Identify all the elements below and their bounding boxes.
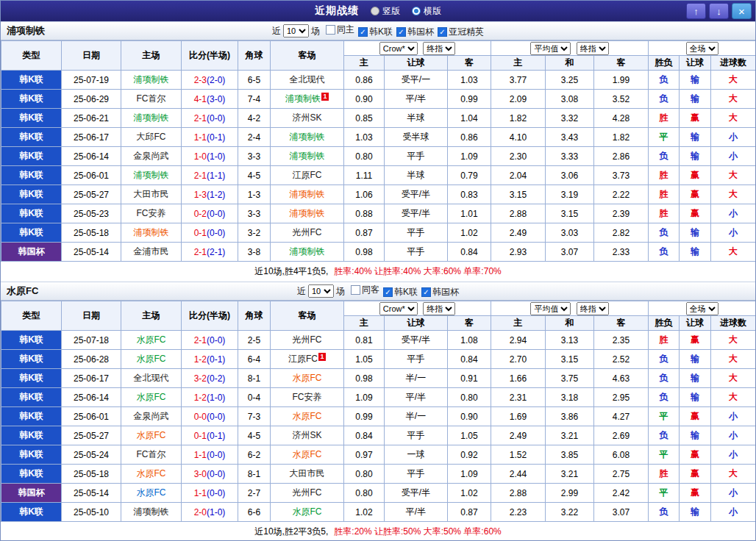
team-link[interactable]: 江原FC: [271, 166, 344, 185]
team-link[interactable]: 浦项制铁: [271, 147, 344, 166]
match-row: 韩K联25-06-14金泉尚武1-0(1-0)3-3浦项制铁0.80平手1.09…: [1, 147, 756, 166]
team-link[interactable]: FC首尔: [121, 445, 182, 465]
team-link[interactable]: 金泉尚武: [121, 407, 182, 426]
odds-stage-select[interactable]: 终指: [423, 302, 455, 315]
team-link[interactable]: 水原FC: [121, 484, 182, 503]
score-cell: 1-1(0-1): [182, 128, 238, 147]
filter-checkbox[interactable]: 同客: [351, 284, 379, 296]
move-up-button[interactable]: ↑: [686, 3, 706, 19]
recent-count-select[interactable]: 10: [308, 284, 334, 298]
layout-radio-horizontal[interactable]: 横版: [412, 5, 441, 18]
team-link[interactable]: 浦项制铁: [121, 503, 182, 522]
checkbox-icon[interactable]: ✓: [396, 27, 406, 37]
team-link[interactable]: 浦项制铁: [121, 109, 182, 128]
filter-checkbox[interactable]: ✓韩国杯: [396, 26, 434, 38]
team-link[interactable]: 水原FC: [271, 445, 344, 465]
filter-checkbox[interactable]: 同主: [326, 24, 354, 36]
team-link[interactable]: 金泉尚武: [121, 147, 182, 166]
bookmaker-select[interactable]: Crow*: [379, 302, 418, 315]
league-type: 韩K联: [1, 90, 62, 109]
team-link[interactable]: 水原FC: [121, 465, 182, 484]
corner-cell: 0-4: [238, 388, 271, 407]
team-link[interactable]: 浦项制铁: [121, 223, 182, 243]
team-link[interactable]: 浦项制铁: [271, 128, 344, 147]
match-scope-select[interactable]: 全场: [686, 302, 718, 315]
euro-odds-cell: 2.31: [491, 388, 546, 407]
filter-checkbox-group: 同客✓韩K联✓韩国杯: [347, 284, 459, 298]
result-cell: 小: [711, 407, 756, 426]
team-link[interactable]: 水原FC: [121, 426, 182, 445]
team-link[interactable]: 浦项制铁: [271, 185, 344, 204]
team-link[interactable]: 浦项制铁: [121, 166, 182, 185]
filter-checkbox[interactable]: ✓亚冠精英: [438, 26, 484, 38]
odds-stage-select[interactable]: 终指: [423, 42, 455, 55]
result-cell: 大: [711, 350, 756, 369]
bookmaker-select[interactable]: Crow*: [379, 42, 418, 55]
col-header-score: 比分(半场): [182, 41, 238, 71]
team-link[interactable]: 光州FC: [271, 223, 344, 243]
team-link[interactable]: 全北现代: [121, 369, 182, 388]
team-link[interactable]: FC安养: [271, 388, 344, 407]
col-header-type: 类型: [1, 301, 62, 331]
checkbox-icon[interactable]: ✓: [383, 287, 393, 297]
team-link[interactable]: 济州SK: [271, 109, 344, 128]
result-cell: 大: [711, 185, 756, 204]
match-date: 25-05-14: [62, 243, 121, 262]
filter-checkbox[interactable]: ✓韩国杯: [421, 286, 459, 298]
move-down-button[interactable]: ↓: [709, 3, 729, 19]
team-link[interactable]: 水原FC: [121, 350, 182, 369]
team-link[interactable]: 水原FC: [271, 503, 344, 522]
match-date: 25-05-18: [62, 465, 121, 484]
odds-stage-select-2[interactable]: 终指: [577, 42, 609, 55]
team-link[interactable]: 济州SK: [271, 426, 344, 445]
radio-checked-icon[interactable]: [412, 7, 421, 15]
checkbox-icon[interactable]: ✓: [438, 27, 447, 37]
result-cell: 输: [680, 223, 711, 243]
result-cell: 大: [711, 388, 756, 407]
euro-odds-cell: 3.33: [546, 147, 594, 166]
result-cell: 负: [649, 369, 680, 388]
team-link[interactable]: 光州FC: [271, 331, 344, 350]
checkbox-icon[interactable]: ✓: [358, 27, 368, 37]
average-select[interactable]: 平均值: [530, 302, 571, 315]
recent-count-select[interactable]: 10: [283, 24, 309, 37]
team-link[interactable]: 江原FC1: [271, 350, 344, 369]
handicap-odds-cell: 平/半: [385, 90, 448, 109]
result-cell: 赢: [680, 331, 711, 350]
match-scope-select[interactable]: 全场: [686, 42, 718, 55]
team-link[interactable]: 浦项制铁1: [271, 90, 344, 109]
team-link[interactable]: 大邱FC: [121, 128, 182, 147]
team-link[interactable]: 金浦市民: [121, 243, 182, 262]
team-link[interactable]: 大田市民: [121, 185, 182, 204]
team-link[interactable]: 全北现代: [271, 71, 344, 90]
checkbox-icon[interactable]: [326, 25, 335, 35]
checkbox-icon[interactable]: ✓: [421, 287, 431, 297]
layout-radio-vertical[interactable]: 竖版: [371, 5, 400, 18]
subcol-draw-euro: 和: [546, 56, 594, 71]
team-link[interactable]: 水原FC: [121, 331, 182, 350]
team-link[interactable]: 大田市民: [271, 465, 344, 484]
team-link[interactable]: 浦项制铁: [271, 204, 344, 223]
checkbox-icon[interactable]: [351, 285, 360, 295]
close-button[interactable]: ×: [732, 3, 752, 19]
team-link[interactable]: 水原FC: [271, 369, 344, 388]
team-link[interactable]: 光州FC: [271, 484, 344, 503]
odds-stage-select-2[interactable]: 终指: [577, 302, 609, 315]
subcol-away-odds: 客: [448, 56, 491, 71]
team-link[interactable]: 浦项制铁: [271, 243, 344, 262]
score-cell: 1-1(0-0): [182, 484, 238, 503]
team-link[interactable]: 水原FC: [271, 407, 344, 426]
match-date: 25-05-18: [62, 223, 121, 243]
radio-unchecked-icon[interactable]: [371, 7, 379, 15]
team-link[interactable]: 水原FC: [121, 388, 182, 407]
filter-checkbox[interactable]: ✓韩K联: [358, 26, 393, 38]
filter-checkbox[interactable]: ✓韩K联: [383, 286, 418, 298]
team-link[interactable]: FC安养: [121, 204, 182, 223]
score-cell: 3-0(0-0): [182, 465, 238, 484]
team-link[interactable]: FC首尔: [121, 90, 182, 109]
league-type: 韩K联: [1, 445, 62, 465]
handicap-odds-cell: 0.91: [448, 369, 491, 388]
team-link[interactable]: 浦项制铁: [121, 71, 182, 90]
handicap-odds-cell: 0.79: [448, 166, 491, 185]
average-select[interactable]: 平均值: [530, 42, 571, 55]
